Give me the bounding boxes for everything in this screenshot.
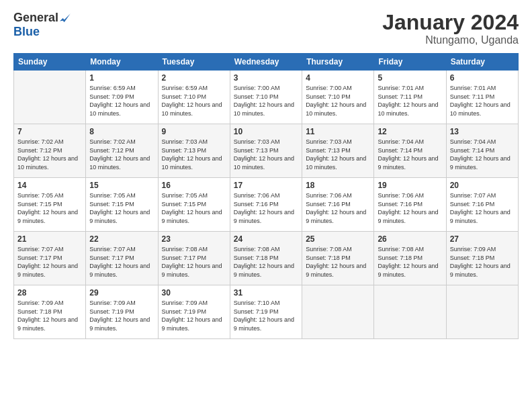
day-info: Sunrise: 7:06 AM Sunset: 7:16 PM Dayligh… [306, 191, 370, 225]
calendar-cell: 16 Sunrise: 7:05 AM Sunset: 7:15 PM Dayl… [158, 178, 230, 232]
day-info: Sunrise: 7:01 AM Sunset: 7:11 PM Dayligh… [378, 84, 442, 118]
calendar-week-row: 28 Sunrise: 7:09 AM Sunset: 7:18 PM Dayl… [14, 285, 519, 339]
calendar-table: SundayMondayTuesdayWednesdayThursdayFrid… [13, 53, 519, 339]
calendar-week-row: 1 Sunrise: 6:59 AM Sunset: 7:09 PM Dayli… [14, 71, 519, 124]
calendar-cell: 19 Sunrise: 7:06 AM Sunset: 7:16 PM Dayl… [374, 178, 446, 232]
day-info: Sunrise: 6:59 AM Sunset: 7:09 PM Dayligh… [89, 84, 154, 118]
day-info: Sunrise: 7:08 AM Sunset: 7:18 PM Dayligh… [378, 245, 442, 279]
calendar-cell: 20 Sunrise: 7:07 AM Sunset: 7:16 PM Dayl… [446, 178, 518, 232]
day-header-monday: Monday [86, 54, 158, 71]
day-header-friday: Friday [374, 54, 446, 71]
day-number: 19 [378, 181, 442, 190]
day-number: 29 [89, 288, 154, 298]
calendar-cell: 28 Sunrise: 7:09 AM Sunset: 7:18 PM Dayl… [14, 285, 86, 339]
day-info: Sunrise: 7:00 AM Sunset: 7:10 PM Dayligh… [234, 84, 298, 118]
day-info: Sunrise: 7:03 AM Sunset: 7:13 PM Dayligh… [306, 138, 370, 171]
calendar-cell: 18 Sunrise: 7:06 AM Sunset: 7:16 PM Dayl… [302, 178, 374, 232]
day-number: 18 [306, 181, 370, 190]
logo-general-text: General [13, 11, 58, 25]
day-number: 25 [306, 234, 370, 244]
day-info: Sunrise: 7:02 AM Sunset: 7:12 PM Dayligh… [17, 138, 82, 171]
day-header-sunday: Sunday [14, 54, 86, 71]
day-info: Sunrise: 7:02 AM Sunset: 7:12 PM Dayligh… [89, 138, 154, 171]
day-number: 16 [162, 181, 226, 190]
header: General Blue January 2024 Ntungamo, Ugan… [13, 11, 519, 46]
calendar-cell [14, 71, 86, 124]
calendar-cell: 6 Sunrise: 7:01 AM Sunset: 7:11 PM Dayli… [446, 71, 518, 124]
day-info: Sunrise: 7:05 AM Sunset: 7:15 PM Dayligh… [17, 191, 82, 225]
calendar-cell: 10 Sunrise: 7:03 AM Sunset: 7:13 PM Dayl… [230, 124, 302, 178]
day-number: 31 [234, 288, 298, 298]
day-number: 15 [89, 181, 154, 190]
calendar-cell: 11 Sunrise: 7:03 AM Sunset: 7:13 PM Dayl… [302, 124, 374, 178]
day-info: Sunrise: 7:09 AM Sunset: 7:19 PM Dayligh… [162, 299, 226, 332]
calendar-cell: 29 Sunrise: 7:09 AM Sunset: 7:19 PM Dayl… [86, 285, 158, 339]
calendar-cell: 14 Sunrise: 7:05 AM Sunset: 7:15 PM Dayl… [14, 178, 86, 232]
day-number: 22 [89, 234, 154, 244]
day-number: 30 [162, 288, 226, 298]
day-number: 27 [450, 234, 515, 244]
day-header-thursday: Thursday [302, 54, 374, 71]
day-info: Sunrise: 7:03 AM Sunset: 7:13 PM Dayligh… [234, 138, 298, 171]
day-number: 14 [17, 181, 82, 190]
day-info: Sunrise: 7:00 AM Sunset: 7:10 PM Dayligh… [306, 84, 370, 118]
calendar-cell: 23 Sunrise: 7:08 AM Sunset: 7:17 PM Dayl… [158, 232, 230, 285]
day-header-wednesday: Wednesday [230, 54, 302, 71]
day-info: Sunrise: 7:05 AM Sunset: 7:15 PM Dayligh… [162, 191, 226, 225]
day-number: 20 [450, 181, 515, 190]
day-number: 7 [17, 127, 82, 136]
day-number: 4 [306, 73, 370, 83]
day-info: Sunrise: 7:06 AM Sunset: 7:16 PM Dayligh… [234, 191, 298, 225]
calendar-cell [446, 285, 518, 339]
day-number: 5 [378, 73, 442, 83]
day-info: Sunrise: 7:05 AM Sunset: 7:15 PM Dayligh… [89, 191, 154, 225]
day-number: 21 [17, 234, 82, 244]
day-info: Sunrise: 7:08 AM Sunset: 7:18 PM Dayligh… [306, 245, 370, 279]
day-info: Sunrise: 7:08 AM Sunset: 7:18 PM Dayligh… [234, 245, 298, 279]
day-info: Sunrise: 7:07 AM Sunset: 7:16 PM Dayligh… [450, 191, 515, 225]
day-info: Sunrise: 7:04 AM Sunset: 7:14 PM Dayligh… [378, 138, 442, 171]
day-info: Sunrise: 7:03 AM Sunset: 7:13 PM Dayligh… [162, 138, 226, 171]
calendar-week-row: 7 Sunrise: 7:02 AM Sunset: 7:12 PM Dayli… [14, 124, 519, 178]
day-number: 23 [162, 234, 226, 244]
day-number: 26 [378, 234, 442, 244]
calendar-cell: 5 Sunrise: 7:01 AM Sunset: 7:11 PM Dayli… [374, 71, 446, 124]
calendar-cell: 7 Sunrise: 7:02 AM Sunset: 7:12 PM Dayli… [14, 124, 86, 178]
logo-bird-icon [60, 12, 72, 24]
day-number: 2 [162, 73, 226, 83]
calendar-cell: 9 Sunrise: 7:03 AM Sunset: 7:13 PM Dayli… [158, 124, 230, 178]
calendar-cell: 4 Sunrise: 7:00 AM Sunset: 7:10 PM Dayli… [302, 71, 374, 124]
day-info: Sunrise: 7:09 AM Sunset: 7:19 PM Dayligh… [89, 299, 154, 332]
day-info: Sunrise: 7:06 AM Sunset: 7:16 PM Dayligh… [378, 191, 442, 225]
day-number: 13 [450, 127, 515, 136]
calendar-cell: 27 Sunrise: 7:09 AM Sunset: 7:18 PM Dayl… [446, 232, 518, 285]
calendar-cell: 30 Sunrise: 7:09 AM Sunset: 7:19 PM Dayl… [158, 285, 230, 339]
calendar-cell: 24 Sunrise: 7:08 AM Sunset: 7:18 PM Dayl… [230, 232, 302, 285]
calendar-cell: 21 Sunrise: 7:07 AM Sunset: 7:17 PM Dayl… [14, 232, 86, 285]
calendar-week-row: 14 Sunrise: 7:05 AM Sunset: 7:15 PM Dayl… [14, 178, 519, 232]
calendar-cell: 2 Sunrise: 6:59 AM Sunset: 7:10 PM Dayli… [158, 71, 230, 124]
day-info: Sunrise: 7:10 AM Sunset: 7:19 PM Dayligh… [234, 299, 298, 332]
day-number: 11 [306, 127, 370, 136]
day-number: 9 [162, 127, 226, 136]
day-info: Sunrise: 6:59 AM Sunset: 7:10 PM Dayligh… [162, 84, 226, 118]
logo-blue-text: Blue [13, 25, 40, 39]
calendar-cell: 1 Sunrise: 6:59 AM Sunset: 7:09 PM Dayli… [86, 71, 158, 124]
calendar-cell: 25 Sunrise: 7:08 AM Sunset: 7:18 PM Dayl… [302, 232, 374, 285]
day-info: Sunrise: 7:09 AM Sunset: 7:18 PM Dayligh… [17, 299, 82, 332]
day-info: Sunrise: 7:07 AM Sunset: 7:17 PM Dayligh… [17, 245, 82, 279]
day-info: Sunrise: 7:08 AM Sunset: 7:17 PM Dayligh… [162, 245, 226, 279]
calendar-cell [374, 285, 446, 339]
month-title: January 2024 [382, 11, 519, 34]
logo: General Blue [13, 11, 72, 39]
day-number: 8 [89, 127, 154, 136]
day-number: 1 [89, 73, 154, 83]
day-info: Sunrise: 7:09 AM Sunset: 7:18 PM Dayligh… [450, 245, 515, 279]
day-number: 3 [234, 73, 298, 83]
calendar-cell [302, 285, 374, 339]
location: Ntungamo, Uganda [382, 34, 519, 46]
day-number: 17 [234, 181, 298, 190]
calendar-cell: 31 Sunrise: 7:10 AM Sunset: 7:19 PM Dayl… [230, 285, 302, 339]
day-header-saturday: Saturday [446, 54, 518, 71]
day-header-tuesday: Tuesday [158, 54, 230, 71]
